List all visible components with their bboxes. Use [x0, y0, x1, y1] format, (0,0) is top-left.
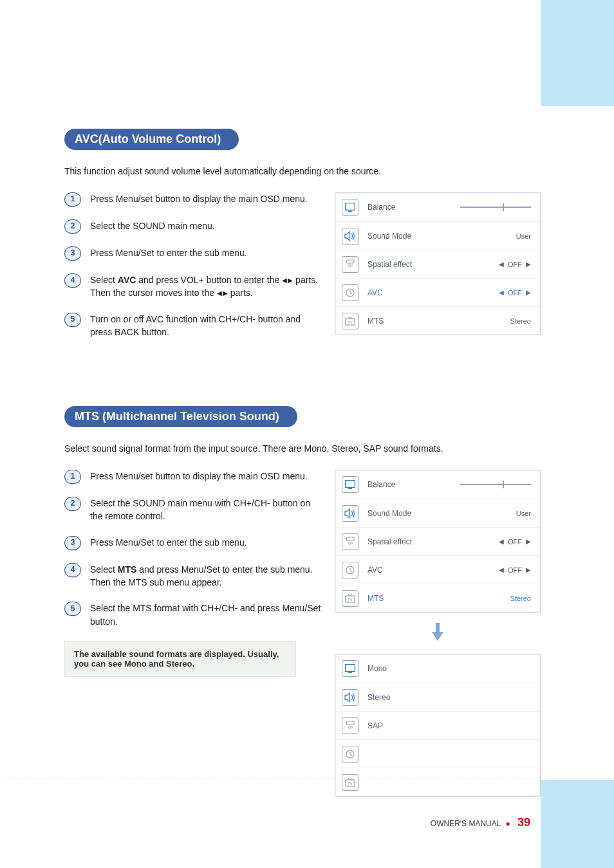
step-number-icon: 2 [64, 219, 81, 234]
step-number-icon: 5 [64, 313, 81, 327]
section-title-avc: AVC(Auto Volume Control) [64, 129, 239, 150]
step: 5 Turn on or off AVC function with CH+/C… [64, 313, 322, 339]
step: 3 Press Menu/Set to enter the sub menu. [64, 246, 322, 261]
timer-icon [342, 562, 358, 578]
down-arrow-icon [335, 623, 541, 643]
left-arrow-icon: ◀ [499, 289, 504, 296]
step-number-icon: 5 [64, 602, 81, 616]
page-number-value: 39 [517, 816, 530, 829]
section-avc: AVC(Auto Volume Control) This function a… [64, 129, 541, 351]
left-right-arrows-icon: ◀▶ [282, 276, 293, 286]
osd-row-stereo[interactable]: Stereo [335, 683, 540, 711]
picture-icon [342, 660, 358, 677]
balance-slider-icon [460, 207, 531, 208]
osd-label: Stereo [365, 693, 531, 702]
avc-intro: This function adjust sound volume level … [64, 166, 541, 176]
sound-icon [342, 228, 358, 245]
osd-label: MTS [365, 594, 510, 603]
step-text: Turn on or off AVC function with CH+/CH-… [90, 313, 322, 339]
step-text: Press Menu/set button to display the mai… [90, 192, 308, 205]
right-arrow-icon: ▶ [526, 538, 531, 545]
osd-value: OFF [508, 261, 522, 268]
svg-rect-2 [346, 260, 354, 263]
osd-row-balance[interactable]: Balance [335, 470, 540, 499]
setup-icon [342, 717, 358, 734]
osd-value: OFF [508, 566, 522, 574]
mts-intro: Select sound signal format from the inpu… [64, 443, 541, 454]
osd-value: Stereo [510, 317, 531, 325]
sound-icon [342, 505, 358, 522]
dotted-rule-icon [0, 778, 614, 780]
step-text: Select the SOUND main menu. [90, 219, 215, 232]
osd-label: AVC [365, 566, 499, 575]
step-number-icon: 3 [64, 246, 81, 261]
osd-row-avc[interactable]: AVC ◀OFF▶ [335, 278, 540, 306]
note-box: The available sound formats are displaye… [64, 641, 296, 677]
step-number-icon: 1 [64, 470, 81, 484]
footer-label: OWNER'S MANUAL [431, 819, 501, 828]
osd-value: OFF [508, 289, 522, 297]
osd-row-spatial[interactable]: Spatial effect ◀OFF▶ [335, 250, 540, 278]
t-bold: AVC [118, 275, 136, 285]
avc-steps: 1 Press Menu/set button to display the m… [64, 192, 322, 351]
t: parts. [228, 288, 253, 298]
osd-row-sap[interactable]: SAP [335, 711, 540, 739]
step: 1 Press Menu/set button to display the m… [64, 192, 322, 207]
balance-slider-icon [460, 484, 531, 485]
osd-value: User [516, 510, 531, 517]
osd-value: OFF [508, 538, 522, 546]
left-arrow-icon: ◀ [499, 538, 504, 545]
osd-label: Sound Mode [365, 232, 516, 241]
osd-row-mts[interactable]: TV MTS Stereo [335, 584, 540, 612]
osd-label: Spatial effect [365, 260, 499, 269]
step-number-icon: 2 [64, 497, 81, 511]
section-title-mts: MTS (Multichannel Television Sound) [64, 406, 297, 427]
osd-label: SAP [365, 721, 531, 730]
bullet-icon: ● [505, 819, 510, 828]
timer-icon [342, 746, 358, 762]
step-text: Press Menu/Set to enter the sub menu. [90, 536, 247, 549]
right-arrow-icon: ▶ [526, 261, 531, 268]
picture-icon [342, 476, 358, 493]
page-footer: OWNER'S MANUAL ● 39 [0, 778, 614, 868]
osd-panel-mts-1: Balance Sound Mode User Spatial effect ◀… [335, 470, 541, 613]
step: 4 Select MTS and press Menu/Set to enter… [64, 563, 322, 589]
page-number: OWNER'S MANUAL ● 39 [431, 816, 530, 829]
osd-row-mono[interactable]: Mono [335, 654, 540, 683]
osd-row-mts[interactable]: TV MTS Stereo [335, 306, 540, 335]
step-text: Press Menu/set button to display the mai… [90, 470, 308, 483]
step: 5 Select the MTS format with CH+/CH- and… [64, 602, 322, 628]
osd-row-sound-mode[interactable]: Sound Mode User [335, 499, 540, 527]
svg-rect-14 [346, 721, 354, 725]
setup-icon [342, 533, 358, 550]
page-content: AVC(Auto Volume Control) This function a… [0, 0, 541, 797]
step-text: Select the MTS format with CH+/CH- and p… [90, 602, 322, 628]
left-arrow-icon: ◀ [499, 261, 504, 268]
svg-rect-13 [348, 672, 352, 674]
osd-row-balance[interactable]: Balance [335, 193, 540, 221]
osd-label: Balance [365, 480, 460, 489]
osd-row-spatial[interactable]: Spatial effect ◀OFF▶ [335, 527, 540, 555]
osd-row-avc[interactable]: AVC ◀OFF▶ [335, 555, 540, 584]
picture-icon [342, 199, 358, 216]
svg-rect-6 [346, 481, 355, 488]
t: Select [90, 275, 118, 285]
step-number-icon: 1 [64, 192, 81, 207]
svg-rect-1 [348, 211, 352, 212]
left-right-arrows-icon: ◀▶ [217, 289, 228, 299]
step-text: Select the SOUND main menu with CH+/CH- … [90, 497, 322, 523]
step-number-icon: 3 [64, 536, 81, 550]
osd-label: Mono [365, 664, 531, 673]
osd-row-sound-mode[interactable]: Sound Mode User [335, 221, 540, 250]
svg-rect-8 [346, 537, 354, 540]
step: 1 Press Menu/set button to display the m… [64, 470, 322, 484]
section-mts: MTS (Multichannel Television Sound) Sele… [64, 406, 541, 797]
step: 3 Press Menu/Set to enter the sub menu. [64, 536, 322, 550]
step-text: Select MTS and press Menu/Set to enter t… [90, 563, 322, 589]
svg-text:TV: TV [348, 598, 353, 602]
osd-label: MTS [365, 317, 510, 326]
sound-icon [342, 689, 358, 706]
t: Select [90, 564, 118, 575]
tv-icon: TV [342, 590, 358, 607]
step: 2 Select the SOUND main menu with CH+/CH… [64, 497, 322, 523]
